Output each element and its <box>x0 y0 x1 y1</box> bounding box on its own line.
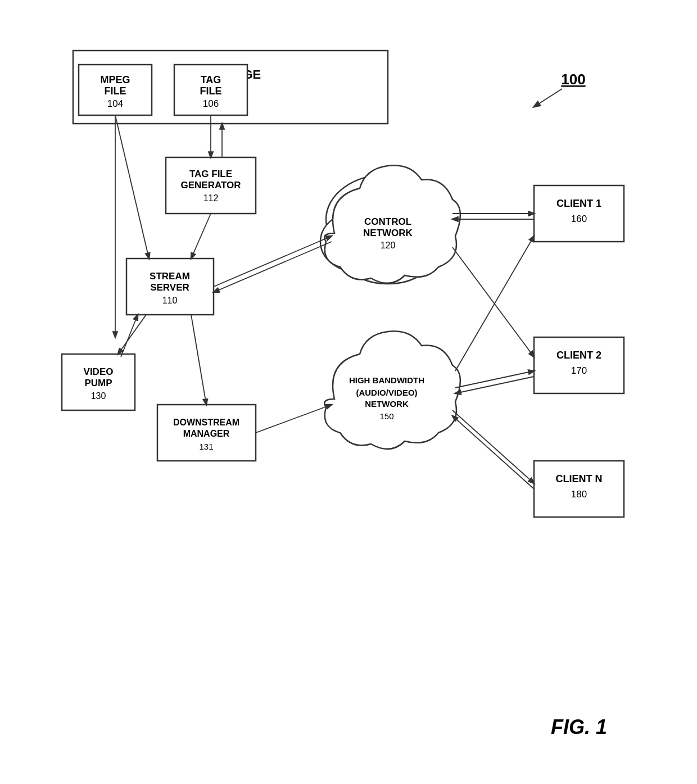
arrow-clientn-highbw <box>452 416 534 489</box>
tag-file-gen-label2: GENERATOR <box>180 180 241 191</box>
tag-file-label2: FILE <box>200 85 222 97</box>
ref-arrow <box>534 89 562 107</box>
video-pump-label2: PUMP <box>84 378 112 388</box>
ref-number-label: 100 <box>561 71 585 88</box>
arrow-stream-controlnet <box>214 236 332 287</box>
tag-file-gen-label1: TAG FILE <box>189 169 232 179</box>
stream-server-label1: STREAM <box>150 271 190 282</box>
arrow-downstream-highbw <box>256 405 332 433</box>
high-bw-network-cloud: HIGH BANDWIDTH (AUDIO/VIDEO) NETWORK 150 <box>324 331 460 449</box>
arrow-gen-stream <box>191 214 211 259</box>
arrow-controlnet-stream <box>214 242 332 292</box>
arrow-highbw-client1 <box>455 236 534 371</box>
client2-label: CLIENT 2 <box>556 350 601 361</box>
tag-file-number: 106 <box>203 98 219 109</box>
control-network-label2: NETWORK <box>363 228 413 238</box>
high-bw-label1: HIGH BANDWIDTH <box>349 375 424 385</box>
stream-server-number: 110 <box>162 296 178 305</box>
client1-number: 160 <box>571 214 587 224</box>
downstream-mgr-label1: DOWNSTREAM <box>173 418 239 427</box>
control-network-cloud: CONTROL NETWORK 120 <box>320 165 460 284</box>
tag-file-label1: TAG <box>201 74 221 85</box>
diagram-container: STORAGE 140 MPEG FILE 104 TAG FILE 106 T… <box>28 34 669 652</box>
mpeg-file-label1: MPEG <box>100 74 130 85</box>
high-bw-label2: (AUDIO/VIDEO) <box>356 388 417 397</box>
arrow-highbw-clientn <box>452 410 534 483</box>
client1-label: CLIENT 1 <box>556 198 601 209</box>
clientn-label: CLIENT N <box>556 473 603 484</box>
control-network-label1: CONTROL <box>364 216 411 227</box>
mpeg-file-number: 104 <box>107 98 123 109</box>
video-pump-number: 130 <box>91 391 106 401</box>
tag-file-gen-number: 112 <box>203 193 219 203</box>
mpeg-file-label2: FILE <box>105 85 126 97</box>
arrow-mpeg-stream <box>115 115 149 259</box>
arrow-stream-videopump <box>118 315 146 354</box>
arrow-stream-downstream <box>191 315 206 405</box>
high-bw-label3: NETWORK <box>365 399 409 409</box>
downstream-mgr-label2: MANAGER <box>183 429 230 438</box>
video-pump-label1: VIDEO <box>84 366 114 377</box>
arrow-videopump-stream <box>121 315 138 357</box>
arrow-controlnet-client2 <box>452 247 534 357</box>
stream-server-label2: SERVER <box>150 282 189 293</box>
client2-number: 170 <box>571 365 587 376</box>
figure-label: FIG. 1 <box>551 715 607 739</box>
control-network-number: 120 <box>381 241 396 250</box>
high-bw-number: 150 <box>379 411 393 421</box>
clientn-number: 180 <box>571 489 587 500</box>
downstream-mgr-number: 131 <box>199 442 213 451</box>
